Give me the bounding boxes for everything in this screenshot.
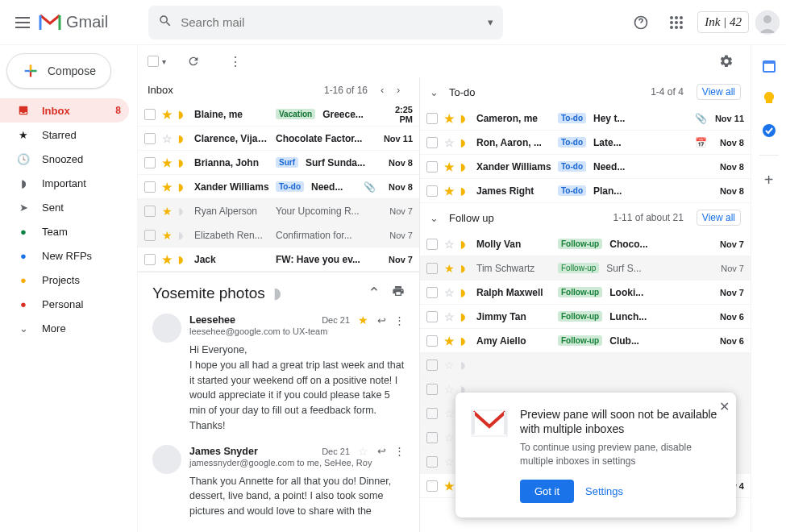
row-checkbox[interactable] [144, 133, 156, 144]
row-checkbox[interactable] [426, 408, 438, 419]
email-row[interactable]: ☆ ◗ Ralph Maxwell Follow-up Looki... Nov… [420, 281, 751, 305]
row-checkbox[interactable] [426, 113, 438, 124]
email-row[interactable]: ★ ◗ Xander Williams To-do Need... 📎 Nov … [138, 175, 419, 199]
star-icon[interactable]: ★ [443, 160, 455, 173]
star-icon[interactable]: ☆ [443, 383, 455, 396]
sidebar-item-inbox[interactable]: Inbox8 [0, 98, 129, 123]
collapse-icon[interactable]: ⌃ [368, 284, 381, 302]
followup-view-all[interactable]: View all [697, 210, 741, 226]
search-box[interactable]: ▾ [148, 6, 503, 39]
email-row[interactable]: ☆ ◗ Jimmy Tan Follow-up Lunch... Nov 6 [420, 305, 751, 329]
email-row[interactable]: ★ ◗ Tim Schwartz Follow-up Surf S... Nov… [420, 256, 751, 281]
importance-marker-icon[interactable]: ◗ [178, 230, 189, 241]
importance-marker-icon[interactable]: ◗ [178, 254, 189, 265]
star-icon[interactable]: ★ [160, 229, 173, 242]
star-icon[interactable]: ☆ [160, 132, 173, 145]
importance-marker-icon[interactable]: ◗ [460, 335, 472, 347]
select-all-checkbox[interactable] [148, 56, 159, 67]
email-row[interactable]: ☆ ◗ Molly Van Follow-up Choco... Nov 7 [420, 232, 751, 256]
close-icon[interactable]: ✕ [719, 399, 730, 414]
reply-icon[interactable]: ↩ [377, 445, 386, 457]
email-row[interactable]: ★ ◗ Xander Williams To-do Need... Nov 8 [420, 155, 751, 179]
importance-marker-icon[interactable]: ◗ [460, 239, 472, 250]
account-badge[interactable]: Ink | 42 [697, 11, 749, 33]
star-icon[interactable]: ★ [443, 185, 455, 197]
search-input[interactable] [181, 15, 480, 29]
email-row[interactable]: ★ ◗ Jack FW: Have you ev... Nov 7 [138, 247, 419, 272]
print-icon[interactable] [392, 284, 405, 302]
sidebar-item-more[interactable]: ⌄More [0, 316, 129, 340]
add-addon-icon[interactable]: + [761, 172, 777, 188]
importance-marker-icon[interactable]: ◗ [460, 161, 472, 172]
keep-icon[interactable] [761, 90, 777, 106]
more-icon[interactable]: ⋮ [221, 47, 250, 76]
row-checkbox[interactable] [426, 360, 438, 371]
email-row[interactable]: ★ ◗ Amy Aiello Follow-up Club... Nov 6 [420, 329, 751, 353]
tasks-icon[interactable] [761, 123, 777, 139]
star-icon[interactable]: ★ [443, 112, 455, 125]
sidebar-item-sent[interactable]: ➤Sent [0, 195, 129, 219]
email-row[interactable]: ★ ◗ Cameron, me To-do Hey t... 📎 Nov 11 [420, 106, 751, 131]
star-icon[interactable]: ★ [160, 253, 173, 266]
row-checkbox[interactable] [144, 254, 156, 265]
settings-link[interactable]: Settings [585, 485, 623, 497]
importance-marker-icon[interactable]: ◗ [460, 137, 472, 148]
row-checkbox[interactable] [426, 432, 438, 443]
refresh-icon[interactable] [179, 47, 208, 76]
sidebar-item-new-rfps[interactable]: ●New RFPs [0, 243, 129, 268]
star-icon[interactable]: ★ [443, 262, 455, 275]
sidebar-item-important[interactable]: ◗Important [0, 171, 129, 195]
more-icon[interactable]: ⋮ [394, 314, 405, 326]
star-icon[interactable]: ★ [160, 108, 173, 121]
collapse-followup-icon[interactable]: ⌄ [430, 212, 443, 224]
star-icon[interactable]: ☆ [443, 407, 455, 420]
star-icon[interactable]: ☆ [443, 238, 455, 251]
user-avatar[interactable] [755, 10, 780, 35]
star-icon[interactable]: ★ [443, 335, 455, 347]
settings-gear-icon[interactable] [712, 47, 741, 76]
row-checkbox[interactable] [426, 161, 438, 172]
row-checkbox[interactable] [426, 263, 438, 274]
importance-marker-icon[interactable]: ◗ [460, 287, 472, 298]
compose-button[interactable]: Compose [6, 53, 111, 89]
importance-marker-icon[interactable]: ◗ [178, 109, 189, 120]
collapse-todo-icon[interactable]: ⌄ [430, 86, 443, 98]
apps-grid-icon[interactable] [662, 8, 691, 37]
support-icon[interactable] [626, 8, 655, 37]
importance-marker-icon[interactable]: ◗ [178, 181, 189, 193]
star-icon[interactable]: ☆ [443, 286, 455, 299]
row-checkbox[interactable] [144, 206, 156, 217]
importance-marker-icon[interactable]: ◗ [178, 133, 189, 144]
row-checkbox[interactable] [144, 230, 156, 241]
row-checkbox[interactable] [426, 287, 438, 298]
importance-marker-icon[interactable]: ◗ [178, 206, 189, 217]
importance-marker-icon[interactable]: ◗ [460, 263, 472, 274]
email-row[interactable]: ★ ◗ Blaine, me Vacation Greece... 2:25 P… [138, 102, 419, 127]
star-icon[interactable]: ★ [160, 205, 173, 218]
got-it-button[interactable]: Got it [520, 480, 574, 503]
row-checkbox[interactable] [426, 456, 438, 468]
email-row[interactable]: ★ ◗ James Right To-do Plan... Nov 8 [420, 179, 751, 203]
row-checkbox[interactable] [426, 185, 438, 197]
star-icon[interactable]: ★ [443, 480, 455, 493]
search-options-icon[interactable]: ▾ [488, 16, 493, 28]
email-row[interactable]: ☆ ◗ [420, 353, 751, 377]
star-icon[interactable]: ☆ [443, 359, 455, 372]
label-icon[interactable]: ◗ [273, 284, 281, 302]
star-icon[interactable]: ☆ [443, 431, 455, 444]
sidebar-item-team[interactable]: ●Team [0, 219, 129, 243]
row-checkbox[interactable] [144, 157, 156, 168]
importance-marker-icon[interactable]: ◗ [178, 157, 189, 168]
row-checkbox[interactable] [144, 109, 156, 120]
row-checkbox[interactable] [144, 181, 156, 193]
importance-marker-icon[interactable]: ◗ [460, 311, 472, 322]
email-row[interactable]: ★ ◗ Brianna, John Surf Surf Sunda... Nov… [138, 151, 419, 175]
star-icon[interactable]: ★ [356, 314, 369, 326]
sidebar-item-projects[interactable]: ●Projects [0, 268, 129, 292]
email-row[interactable]: ★ ◗ Elizabeth Ren... Confirmation for...… [138, 223, 419, 247]
row-checkbox[interactable] [426, 335, 438, 347]
more-icon[interactable]: ⋮ [394, 445, 405, 457]
todo-view-all[interactable]: View all [697, 84, 741, 100]
star-icon[interactable]: ☆ [443, 455, 455, 468]
next-page-icon[interactable]: › [397, 84, 410, 96]
